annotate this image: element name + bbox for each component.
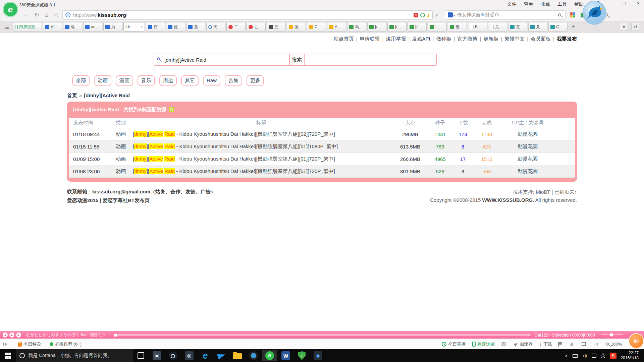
tray-notifications-icon[interactable] (592, 354, 596, 358)
site-nav-link[interactable]: 我要发布 (557, 36, 577, 42)
browser-search-box[interactable]: ∴ ▾ 传女神探聂海芬受审 (445, 10, 566, 20)
taskbar-app-word[interactable]: W (278, 350, 293, 361)
cloud-sync-icon[interactable]: ☁ (4, 23, 10, 31)
browser-tab[interactable]: 为 (103, 22, 122, 32)
browser-tab[interactable]: C (307, 22, 326, 32)
browser-tab[interactable]: B (468, 22, 487, 32)
footer-contact[interactable]: 联系邮箱：kisssub.org@gmail.com（站务、合作、友链、广告） (67, 187, 216, 196)
music-playlist-label[interactable]: Gal123♂Collection 00:00|00:00 (534, 333, 595, 338)
browser-tab[interactable]: [/ (367, 22, 386, 32)
start-button[interactable] (0, 349, 16, 362)
browser-search-icon[interactable] (558, 13, 561, 16)
url-text[interactable]: http://www.kisssub.org/ (73, 12, 412, 18)
browser-tab[interactable]: 如 (43, 22, 62, 32)
table-row[interactable]: 01/18 09:44动画[dmhy][Active Raid - Kidou … (69, 128, 575, 140)
site-nav-link[interactable]: 站点首页 (334, 36, 354, 42)
category-pill[interactable]: 全部 (72, 75, 90, 86)
show-desktop-strip[interactable] (642, 349, 644, 362)
browser-tab[interactable]: 百 (146, 22, 165, 32)
table-row[interactable]: 01/15 11:55动画[dmhy][Active Raid - Kidou … (69, 140, 575, 153)
cell-uploader[interactable]: 動漫花園 (499, 168, 556, 175)
browser-tab[interactable]: 载 (63, 22, 82, 32)
window-mode[interactable] (582, 342, 588, 346)
favorite-star-icon[interactable]: ☆ (51, 11, 61, 18)
taskbar-app-steam[interactable] (166, 350, 180, 361)
category-pill[interactable]: 动画 (94, 75, 111, 86)
search-engine-caret-icon[interactable]: ▾ (453, 14, 455, 17)
apps-grid-icon[interactable] (570, 12, 575, 17)
accelerator-ball[interactable]: 80 (629, 333, 644, 349)
url-dropdown-icon[interactable]: ∨ (433, 13, 441, 17)
page-sound[interactable]: ◁) (594, 342, 599, 346)
ie-compat[interactable]: e (570, 341, 575, 347)
menu-item[interactable]: 收藏 (541, 1, 550, 7)
tray-volume-icon[interactable]: ◁) (582, 353, 587, 358)
browser-tab[interactable]: [/ (408, 22, 427, 32)
rss-icon[interactable] (169, 107, 174, 112)
cross-screen-browse[interactable]: 跨屏浏览 (472, 341, 495, 347)
search-engine-paw-icon[interactable]: ∴ (448, 12, 453, 17)
back-button[interactable]: ← (22, 12, 32, 18)
tray-network-icon[interactable] (573, 354, 578, 358)
refresh-button[interactable]: ↻ (32, 11, 42, 18)
report-flag[interactable] (559, 343, 564, 345)
url-field[interactable]: http://www.kisssub.org/ (62, 10, 433, 20)
browser-tab[interactable]: 見 (528, 22, 547, 32)
daily-deals[interactable]: 今日特卖 (18, 341, 41, 347)
browser-tab[interactable]: 亡 (247, 22, 266, 32)
footer-links[interactable]: 爱恋动漫2015 | 爱恋字幕社BT发布页 (67, 196, 216, 205)
browser-tab[interactable]: 三 (267, 22, 286, 32)
browser-tab[interactable]: L (428, 22, 447, 32)
menu-item[interactable]: 查看 (524, 1, 533, 7)
site-nav-link[interactable]: 申请联盟 (360, 36, 380, 42)
music-volume-slider[interactable] (601, 335, 623, 335)
cell-category[interactable]: 动画 (109, 156, 133, 162)
tab-close-icon[interactable]: × (141, 24, 143, 29)
browser-tab[interactable]: 拖 (448, 22, 467, 32)
thunderbird-floating-icon[interactable] (582, 1, 606, 25)
browser-tab[interactable]: 医 (287, 22, 306, 32)
category-pill[interactable]: 更多 (247, 75, 264, 86)
browser-tab[interactable]: 曷 (347, 22, 366, 32)
category-pill[interactable]: 其它 (181, 75, 199, 86)
close-button[interactable]: × (634, 1, 643, 6)
taskbar-app-file-explorer[interactable] (230, 350, 245, 361)
tray-chevron-up-icon[interactable]: ∧ (565, 353, 568, 358)
search-suggestion-text[interactable]: 传女神探聂海芬受审 (457, 12, 558, 18)
category-pill[interactable]: Raw (203, 75, 220, 86)
music-next-icon[interactable]: ▶ (16, 333, 21, 338)
copyright-site-link[interactable]: WWW.KISSSUB.ORG (482, 197, 533, 203)
category-pill[interactable]: 周边 (159, 75, 177, 86)
taskbar-app-360-browser[interactable]: e (262, 350, 277, 361)
category-pill[interactable]: 漫画 (116, 75, 133, 86)
browser-tab[interactable]: C (548, 22, 568, 32)
site-nav-link[interactable]: 滥用举报 (386, 36, 406, 42)
cortana-search-box[interactable]: 我是 Cortana，小娜。有问题尽管问我。 (16, 349, 133, 362)
cell-title[interactable]: [dmhy][Active Raid - Kidou Kyoushuushits… (133, 168, 392, 175)
taskbar-app-phone-assistant[interactable]: ▣ (150, 350, 164, 361)
breadcrumb-home-link[interactable]: 首页 (67, 93, 77, 98)
cell-uploader[interactable]: 動漫花園 (499, 143, 556, 150)
site-nav-link[interactable]: 做种姬 (436, 36, 451, 42)
site-nav-link[interactable]: 繁體中文 (504, 36, 525, 42)
browser-tab[interactable]: 在 (508, 22, 527, 32)
browser-tab[interactable]: 关 (488, 22, 507, 32)
sidebar-toggle[interactable] (3, 342, 9, 346)
footer-support[interactable]: 技术支持: MioBT | 已到页末↑ (430, 188, 577, 196)
browser-tab[interactable]: A (327, 22, 346, 32)
tab-list-icon[interactable]: ▾ (620, 23, 628, 31)
browser-tab[interactable]: ac (83, 22, 102, 32)
taskbar-app-antivirus-shield[interactable]: ✓ (294, 350, 309, 361)
today-live[interactable]: 今日直播 (442, 341, 466, 347)
taskbar-app-media-player[interactable] (246, 350, 261, 361)
page-zoom[interactable]: 100% (606, 342, 622, 347)
site-nav-link[interactable]: 会员面板 (531, 36, 551, 42)
tray-language-icon[interactable]: 英 (601, 353, 605, 359)
taskbar-clock[interactable]: 22:27 2016/1/18 (621, 351, 639, 361)
adblock-icon[interactable] (414, 13, 418, 17)
browser-tab[interactable]: [/ (387, 22, 407, 32)
taskbar-app-edge[interactable]: e (198, 350, 213, 361)
browser-tab[interactable]: 天 (206, 22, 225, 32)
speed-lightning-icon[interactable] (427, 13, 430, 17)
new-tab-button[interactable]: + (569, 23, 577, 31)
